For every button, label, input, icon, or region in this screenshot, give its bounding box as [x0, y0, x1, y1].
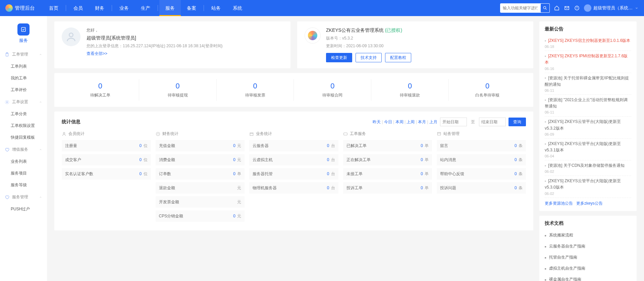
stat-4[interactable]: 0待审核退款 — [371, 79, 448, 101]
stats-card: 统计信息 昨天 | 今日 | 本周 | 上周 | 本月 | 上月 至 查询 会员… — [54, 112, 533, 230]
doc-link-3[interactable]: 虚拟主机自生产指南 — [545, 263, 631, 274]
user-label: 超级管理员（系统… — [593, 5, 633, 11]
stat-0[interactable]: 0待解决工单 — [62, 79, 139, 101]
stats-row: 留言0 条 — [437, 140, 526, 151]
welcome-card: 您好， 超级管理员[系统管理员] 您的上次登录信息：116.25.227.124… — [54, 21, 290, 68]
brand[interactable]: 管理后台 — [5, 4, 35, 12]
date-filter: 昨天 | 今日 | 本周 | 上周 | 本月 | 上月 至 查询 — [373, 118, 526, 126]
help-icon[interactable] — [574, 5, 580, 11]
sidebar-item-2-0[interactable]: 业务列表 — [0, 156, 47, 167]
view-all-link[interactable]: 查看全部>> — [87, 51, 223, 57]
notice-item[interactable]: [ZKEYS] ZKEYS IPMI控制器更新至2.1.7.6版本06-16 — [545, 51, 631, 73]
chevron-up-icon — [39, 53, 42, 56]
sidebar-item-2-1[interactable]: 服务项目 — [0, 167, 47, 179]
query-button[interactable]: 查询 — [508, 118, 526, 126]
content: 您好， 超级管理员[系统管理员] 您的上次登录信息：116.25.227.124… — [47, 16, 644, 281]
user-menu[interactable]: 超级管理员（系统… — [584, 4, 639, 12]
nav-item-3[interactable]: 业务 — [113, 0, 135, 16]
end-date-input[interactable] — [479, 118, 506, 126]
check-update-button[interactable]: 检查更新 — [326, 53, 352, 62]
nav-item-5[interactable]: 服务 — [159, 0, 181, 16]
more-pool-link[interactable]: 更多资源池公告 — [545, 201, 573, 206]
stats-row: 投诉问题0 条 — [437, 182, 526, 194]
search-button[interactable] — [540, 3, 550, 13]
range-4[interactable]: 本月 — [418, 120, 426, 124]
chevron-down-icon — [635, 6, 639, 10]
stats-row: 云服务器0 台 — [249, 140, 338, 151]
stat-2[interactable]: 0待审核发票 — [216, 79, 294, 101]
stats-row: CPS分销金额0 元 — [156, 210, 245, 222]
range-5[interactable]: 上月 — [429, 120, 437, 124]
notice-item[interactable]: [ZKEYS] ZKEYS云管平台(大陆版)更新至v5.3.1版本06-04 — [545, 139, 631, 160]
stats-col-head-4: 站务管理 — [437, 131, 526, 137]
sidebar-item-3-0[interactable]: PUSH过户 — [0, 203, 47, 215]
notice-item[interactable]: [ZKEYS] ZKEYS宿主控制器更新至1.0.1.6版本06-18 — [545, 36, 631, 51]
sidebar-item-1-2[interactable]: 快捷回复模板 — [0, 132, 47, 143]
stats-col-head-3: 工单服务 — [343, 131, 432, 137]
stats-row: 充值金额0 元 — [156, 140, 245, 151]
sidebar-group-2[interactable]: 增值服务 — [0, 143, 47, 156]
tech-support-button[interactable]: 技术支持 — [356, 53, 382, 62]
nav-item-0[interactable]: 首页 — [43, 0, 64, 16]
stat-5[interactable]: 0白名单待审核 — [448, 79, 526, 101]
notices-title: 最新公告 — [545, 26, 631, 32]
nav-item-1[interactable]: 会员 — [67, 0, 89, 16]
nav-item-8[interactable]: 系统 — [227, 0, 248, 16]
range-3[interactable]: 上周 — [407, 120, 415, 124]
notice-item[interactable]: [ZKEYS] ZKEYS云管平台(大陆版)更新至v5.3.0版本06-02 — [545, 176, 631, 198]
greeting: 您好， — [87, 27, 223, 33]
nav-item-6[interactable]: 备案 — [181, 0, 202, 16]
nav-item-2[interactable]: 财务 — [89, 0, 110, 16]
sidebar-group-0[interactable]: 工单管理 — [0, 48, 47, 61]
notice-item[interactable]: [资源池] 关于CDN及对象存储暂停服务通知06-02 — [545, 160, 631, 176]
notice-item[interactable]: [ZKEYS] ZKEYS云管平台(大陆版)更新至v5.3.2版本06-09 — [545, 117, 631, 138]
stats-row: 订单数0 单 — [156, 168, 245, 180]
stats-col-4: 站务管理留言0 条站内消息0 条帮助中心反馈0 条投诉问题0 条 — [437, 131, 526, 224]
stats-col-3: 工单服务已解决工单0 单正在解决工单0 单未接工单0 单投诉工单0 单 — [343, 131, 432, 224]
sidebar-item-1-1[interactable]: 工单权限设置 — [0, 120, 47, 132]
product-title: ZKEYS公有云业务管理系统 (已授权) — [326, 27, 411, 33]
home-icon[interactable] — [554, 5, 560, 11]
sidebar-group-3[interactable]: 服务管理 — [0, 191, 47, 203]
doc-link-0[interactable]: 系统搬家流程 — [545, 230, 631, 241]
notice-item[interactable]: [资源池] 关于托管和裸金属带宽/IP配比规则提醒的通知06-11 — [545, 73, 631, 95]
sidebar-item-0-1[interactable]: 我的工单 — [0, 72, 47, 84]
docs-title: 技术文档 — [545, 220, 631, 226]
start-date-input[interactable] — [440, 118, 467, 126]
range-2[interactable]: 本周 — [395, 120, 404, 124]
sidebar: 服务 工单管理工单列表我的工单工单评价工单设置工单分类工单权限设置快捷回复模板增… — [0, 16, 47, 281]
config-guide-button[interactable]: 配置教程 — [385, 53, 411, 62]
doc-link-2[interactable]: 托管自生产指南 — [545, 252, 631, 263]
notice-item[interactable]: [资源池] "2021企业上云"活动托管整租规则调整通知06-11 — [545, 95, 631, 117]
stat-1[interactable]: 0待审核提现 — [139, 79, 216, 101]
brand-icon — [5, 4, 13, 12]
stats-row: 云虚拟主机0 台 — [249, 154, 338, 165]
stats-row: 成交客户0 位 — [62, 154, 151, 165]
nav-item-7[interactable]: 站务 — [205, 0, 227, 16]
sidebar-item-0-0[interactable]: 工单列表 — [0, 61, 47, 72]
sysinfo-card: ZKEYS公有云业务管理系统 (已授权) 版本号：v5.3.2 更新时间：202… — [297, 21, 533, 68]
nav-divider — [66, 5, 66, 11]
range-1[interactable]: 今日 — [384, 120, 392, 124]
stats-row: 实名认证客户数0 位 — [62, 168, 151, 180]
stats-row: 退款金额 元 — [156, 182, 245, 194]
mail-icon[interactable] — [564, 5, 570, 11]
doc-link-4[interactable]: 裸金属自生产指南 — [545, 274, 631, 281]
chevron-up-icon — [39, 100, 42, 104]
sidebar-item-1-0[interactable]: 工单分类 — [0, 108, 47, 120]
more-zkeys-link[interactable]: 更多zkeys公告 — [576, 201, 603, 206]
sidebar-item-2-2[interactable]: 服务等级 — [0, 179, 47, 191]
doc-link-1[interactable]: 云服务器自生产指南 — [545, 241, 631, 252]
module-icon — [17, 23, 30, 36]
search-input[interactable] — [500, 6, 540, 10]
sidebar-group-1[interactable]: 工单设置 — [0, 96, 47, 108]
gear-icon — [5, 100, 9, 104]
stat-3[interactable]: 0待审核合同 — [293, 79, 371, 101]
range-0[interactable]: 昨天 — [373, 120, 381, 124]
stats-row: 投诉工单0 单 — [343, 182, 432, 194]
nav-item-4[interactable]: 生产 — [135, 0, 156, 16]
stats-col-1: 财务统计充值金额0 元消费金额0 元订单数0 单退款金额 元开发票金额 元CPS… — [156, 131, 245, 224]
nav-divider — [112, 5, 112, 11]
sidebar-item-0-2[interactable]: 工单评价 — [0, 84, 47, 96]
stats-col-head-1: 财务统计 — [156, 131, 245, 137]
